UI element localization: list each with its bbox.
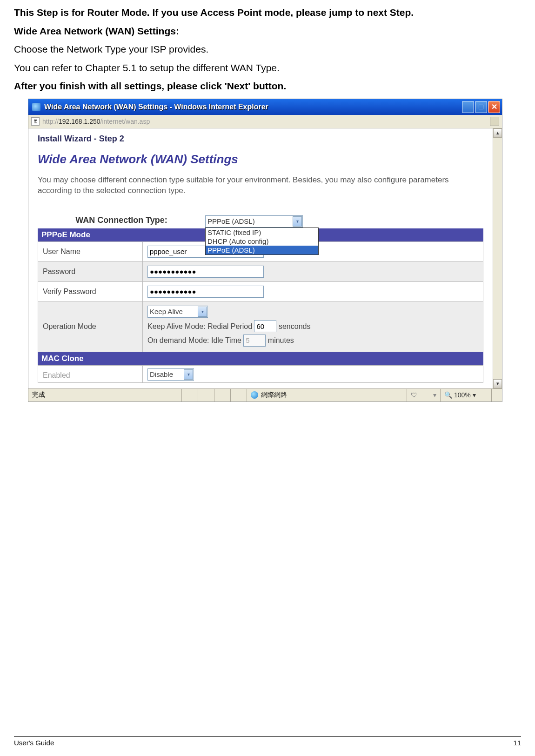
- page-number: 11: [513, 739, 521, 747]
- scroll-down-icon[interactable]: ▾: [493, 379, 502, 388]
- status-empty: [182, 389, 198, 401]
- op-mode-idle-unit: minutes: [268, 336, 294, 344]
- dropdown-opt-pppoe[interactable]: PPPoE (ADSL): [206, 246, 318, 254]
- security-status[interactable]: 🛡▾: [407, 389, 441, 401]
- conn-type-label: WAN Connection Type:: [38, 215, 205, 225]
- chevron-down-icon[interactable]: ▾: [198, 307, 207, 317]
- status-bar: 完成 網際網路 🛡▾ 🔍 100% ▾: [28, 388, 502, 401]
- op-mode-label: Operation Mode: [38, 301, 143, 352]
- globe-icon: [251, 391, 258, 399]
- chevron-down-icon[interactable]: ▾: [184, 369, 193, 380]
- conn-type-dropdown: STATIC (fixed IP) DHCP (Auto config) PPP…: [205, 227, 319, 255]
- status-empty: [198, 389, 214, 401]
- url-prefix: http://: [42, 118, 59, 125]
- doc-line-1: This Step is for Router Mode. If you use…: [14, 5, 521, 20]
- shield-icon: 🛡: [411, 391, 417, 399]
- dropdown-opt-static[interactable]: STATIC (fixed IP): [206, 228, 318, 237]
- close-button[interactable]: ✕: [488, 101, 500, 113]
- url-host: 192.168.1.250: [59, 118, 100, 125]
- zoom-icon: 🔍: [444, 391, 452, 399]
- password-label: Password: [38, 261, 143, 281]
- minimize-button[interactable]: _: [462, 101, 474, 113]
- status-left: 完成: [28, 389, 182, 401]
- status-zone-text: 網際網路: [261, 391, 287, 399]
- page-content: Install Wizard - Step 2 Wide Area Networ…: [28, 128, 493, 388]
- conn-type-select[interactable]: PPPoE (ADSL) ▾: [205, 215, 303, 227]
- idle-time-input[interactable]: [243, 335, 266, 347]
- window-title: Wide Area Network (WAN) Settings - Windo…: [44, 103, 268, 111]
- browser-screenshot: Wide Area Network (WAN) Settings - Windo…: [28, 99, 502, 402]
- maximize-button[interactable]: □: [475, 101, 487, 113]
- doc-line-3: Choose the Network Type your ISP provide…: [14, 41, 521, 57]
- zoom-control[interactable]: 🔍 100% ▾: [441, 389, 492, 401]
- page-icon: 🖺: [31, 117, 40, 126]
- page-description: You may choose different connection type…: [38, 175, 483, 196]
- op-mode-select-value: Keep Alive: [150, 308, 183, 315]
- page-heading: Wide Area Network (WAN) Settings: [38, 152, 483, 167]
- dropdown-opt-dhcp[interactable]: DHCP (Auto config): [206, 237, 318, 246]
- mac-clone-form: Enabled Disable ▾: [38, 365, 483, 383]
- ie-icon: [32, 103, 40, 111]
- doc-line-5: After you finish with all settings, plea…: [14, 78, 521, 94]
- status-empty: [214, 389, 231, 401]
- doc-line-2: Wide Area Network (WAN) Settings:: [14, 23, 521, 39]
- password-input[interactable]: [147, 266, 264, 278]
- enabled-select[interactable]: Disable ▾: [147, 368, 194, 381]
- footer-left: User's Guide: [14, 739, 54, 747]
- op-mode-redial-unit: senconds: [279, 322, 311, 330]
- verify-password-label: Verify Password: [38, 281, 143, 301]
- scrollbar[interactable]: ▴ ▾: [493, 128, 502, 388]
- section-mac-header: MAC Clone: [38, 352, 483, 365]
- conn-type-selected: PPPoE (ADSL): [207, 217, 255, 225]
- user-name-label: User Name: [38, 241, 143, 261]
- chevron-down-icon[interactable]: ▾: [293, 216, 302, 227]
- status-zone: 網際網路: [247, 389, 407, 401]
- url[interactable]: http://192.168.1.250/internet/wan.asp: [42, 118, 487, 125]
- op-mode-redial-text: Keep Alive Mode: Redial Period: [147, 322, 252, 330]
- pppoe-form: User Name Password Verify Password Opera…: [38, 241, 483, 352]
- verify-password-input[interactable]: [147, 286, 264, 298]
- doc-line-4: You can refer to Chapter 5.1 to setup th…: [14, 60, 521, 76]
- status-empty: [231, 389, 247, 401]
- page-footer: User's Guide 11: [14, 736, 521, 747]
- divider: [38, 204, 483, 204]
- window-titlebar: Wide Area Network (WAN) Settings - Windo…: [28, 99, 502, 115]
- op-mode-select[interactable]: Keep Alive ▾: [147, 306, 208, 318]
- address-bar: 🖺 http://192.168.1.250/internet/wan.asp: [28, 115, 502, 128]
- enabled-value: Disable: [150, 370, 173, 378]
- lock-icon: [490, 117, 499, 126]
- redial-period-input[interactable]: [254, 320, 276, 332]
- zoom-value: 100%: [454, 391, 471, 399]
- scroll-up-icon[interactable]: ▴: [493, 128, 502, 138]
- op-mode-idle-text: On demand Mode: Idle Time: [147, 336, 241, 344]
- url-path: /internet/wan.asp: [100, 118, 150, 125]
- wizard-step: Install Wizard - Step 2: [38, 134, 483, 144]
- enabled-label: Enabled: [38, 365, 143, 382]
